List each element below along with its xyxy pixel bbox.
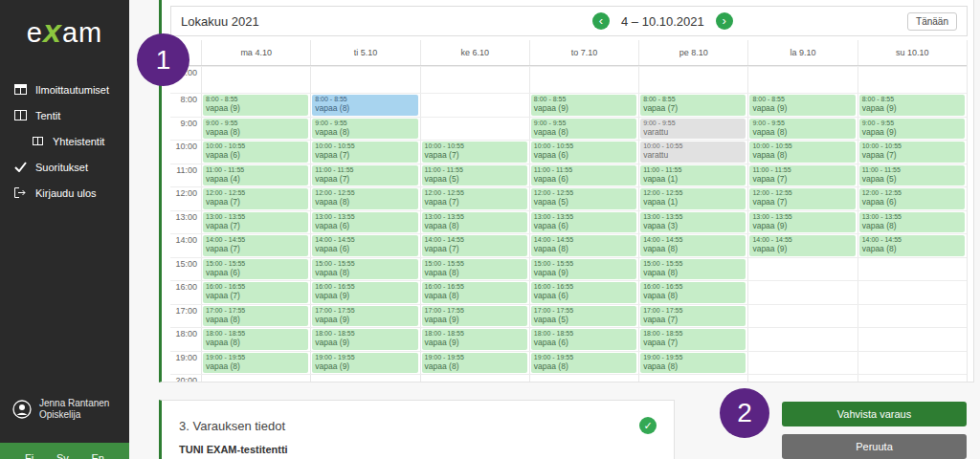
slot-label: vapaa (9) <box>315 338 414 347</box>
slot-free[interactable]: 16:00 - 16:55vapaa (6) <box>531 282 636 303</box>
slot-free[interactable]: 16:00 - 16:55vapaa (8) <box>422 282 527 303</box>
slot-free[interactable]: 18:00 - 18:55vapaa (9) <box>422 329 527 350</box>
next-week-button[interactable]: › <box>716 12 733 30</box>
calendar-row: 11:0011:00 - 11:55vapaa (4)11:00 - 11:55… <box>170 164 967 187</box>
slot-free[interactable]: 10:00 - 10:55vapaa (6) <box>531 142 636 163</box>
slot-free[interactable]: 10:00 - 10:55vapaa (7) <box>312 142 417 163</box>
slot-free[interactable]: 13:00 - 13:55vapaa (6) <box>531 212 636 233</box>
slot-free[interactable]: 9:00 - 9:55vapaa (8) <box>203 119 308 140</box>
slot-free[interactable]: 18:00 - 18:55vapaa (7) <box>640 329 746 350</box>
slot-free[interactable]: 10:00 - 10:55vapaa (7) <box>422 142 527 163</box>
sidebar-item-tentit[interactable]: Tentit <box>0 102 129 128</box>
slot-free[interactable]: 9:00 - 9:55vapaa (8) <box>749 119 855 140</box>
slot-free[interactable]: 12:00 - 12:55vapaa (1) <box>640 188 746 209</box>
slot-free[interactable]: 14:00 - 14:55vapaa (8) <box>859 235 965 256</box>
slot-free[interactable]: 12:00 - 12:55vapaa (7) <box>422 188 527 209</box>
sidebar-item-suoritukset[interactable]: Suoritukset <box>0 154 129 180</box>
slot-free[interactable]: 10:00 - 10:55vapaa (8) <box>749 142 855 163</box>
slot-label: vapaa (8) <box>643 291 743 300</box>
slot-free[interactable]: 11:00 - 11:55vapaa (7) <box>749 165 855 186</box>
slot-free[interactable]: 19:00 - 19:55vapaa (8) <box>203 353 308 374</box>
slot-label: vapaa (8) <box>534 127 634 137</box>
slot-time: 11:00 - 11:55 <box>206 166 305 174</box>
slot-free[interactable]: 16:00 - 16:55vapaa (8) <box>640 282 746 303</box>
slot-time: 11:00 - 11:55 <box>752 166 852 174</box>
prev-week-button[interactable]: ‹ <box>592 12 610 30</box>
slot-free[interactable]: 13:00 - 13:55vapaa (8) <box>859 212 965 233</box>
slot-free[interactable]: 14:00 - 14:55vapaa (7) <box>422 235 527 256</box>
slot-free[interactable]: 17:00 - 17:55vapaa (5) <box>531 306 636 327</box>
slot-free[interactable]: 15:00 - 15:55vapaa (8) <box>312 259 417 280</box>
slot-free[interactable]: 13:00 - 13:55vapaa (9) <box>749 212 855 233</box>
calendar-toolbar: Lokakuu 2021 ‹ 4 – 10.10.2021 › Tänään <box>170 6 968 36</box>
lang-fi-button[interactable]: Fi <box>25 452 33 459</box>
cancel-button[interactable]: Peruuta <box>782 434 967 459</box>
slot-free[interactable]: 10:00 - 10:55vapaa (7) <box>859 142 965 163</box>
lang-en-button[interactable]: En <box>92 452 104 459</box>
slot-free[interactable]: 17:00 - 17:55vapaa (8) <box>203 306 308 327</box>
slot-free[interactable]: 14:00 - 14:55vapaa (9) <box>749 235 855 256</box>
slot-free[interactable]: 17:00 - 17:55vapaa (9) <box>312 306 417 327</box>
slot-free[interactable]: 19:00 - 19:55vapaa (8) <box>531 353 636 374</box>
slot-free[interactable]: 12:00 - 12:55vapaa (8) <box>312 188 417 209</box>
day-cell: 19:00 - 19:55vapaa (8) <box>201 352 310 375</box>
calendar-row: 8:008:00 - 8:55vapaa (9)8:00 - 8:55vapaa… <box>170 93 967 117</box>
slot-free[interactable]: 13:00 - 13:55vapaa (8) <box>422 212 527 233</box>
slot-free[interactable]: 9:00 - 9:55vapaa (8) <box>531 119 636 140</box>
slot-free[interactable]: 14:00 - 14:55vapaa (7) <box>203 235 308 256</box>
slot-free[interactable]: 15:00 - 15:55vapaa (8) <box>640 259 746 280</box>
slot-free[interactable]: 11:00 - 11:55vapaa (4) <box>203 165 308 186</box>
slot-free[interactable]: 11:00 - 11:55vapaa (5) <box>422 165 527 186</box>
slot-free[interactable]: 17:00 - 17:55vapaa (9) <box>422 306 527 327</box>
slot-free[interactable]: 14:00 - 14:55vapaa (8) <box>640 235 746 256</box>
slot-free[interactable]: 15:00 - 15:55vapaa (9) <box>531 259 636 280</box>
today-button[interactable]: Tänään <box>907 12 957 31</box>
confirm-booking-button[interactable]: Vahvista varaus <box>782 402 967 426</box>
slot-free[interactable]: 12:00 - 12:55vapaa (6) <box>859 188 965 209</box>
slot-free[interactable]: 19:00 - 19:55vapaa (9) <box>312 353 417 374</box>
slot-free[interactable]: 16:00 - 16:55vapaa (9) <box>312 282 417 303</box>
slot-free[interactable]: 8:00 - 8:55vapaa (9) <box>749 95 855 116</box>
slot-free[interactable]: 15:00 - 15:55vapaa (8) <box>422 259 527 280</box>
day-cell: 17:00 - 17:55vapaa (9) <box>420 305 529 328</box>
slot-label: vapaa (6) <box>315 244 414 253</box>
slot-label: vapaa (9) <box>534 268 634 277</box>
slot-free[interactable]: 11:00 - 11:55vapaa (5) <box>859 165 965 186</box>
slot-free[interactable]: 8:00 - 8:55vapaa (9) <box>531 95 636 116</box>
slot-free[interactable]: 11:00 - 11:55vapaa (6) <box>531 165 636 186</box>
slot-free[interactable]: 17:00 - 17:55vapaa (7) <box>640 306 746 327</box>
slot-free[interactable]: 18:00 - 18:55vapaa (9) <box>312 329 417 350</box>
sidebar-item-yhteistentit[interactable]: Yhteistentit <box>0 128 129 154</box>
sidebar: exam Ilmoittautumiset Tentit Yhteistenti… <box>0 0 129 459</box>
slot-time: 13:00 - 13:55 <box>643 213 743 221</box>
slot-free[interactable]: 18:00 - 18:55vapaa (6) <box>531 329 636 350</box>
slot-free[interactable]: 14:00 - 14:55vapaa (8) <box>531 235 636 256</box>
slot-free[interactable]: 12:00 - 12:55vapaa (7) <box>749 188 855 209</box>
slot-free[interactable]: 12:00 - 12:55vapaa (7) <box>203 188 308 209</box>
slot-selected[interactable]: 8:00 - 8:55vapaa (8) <box>312 95 417 116</box>
slot-free[interactable]: 8:00 - 8:55vapaa (9) <box>859 95 965 116</box>
slot-free[interactable]: 15:00 - 15:55vapaa (6) <box>203 259 308 280</box>
slot-free[interactable]: 19:00 - 19:55vapaa (8) <box>422 353 527 374</box>
sidebar-item-kirjaudu-ulos[interactable]: Kirjaudu ulos <box>0 180 129 206</box>
slot-free[interactable]: 16:00 - 16:55vapaa (7) <box>203 282 308 303</box>
slot-free[interactable]: 18:00 - 18:55vapaa (8) <box>203 329 308 350</box>
lang-sv-button[interactable]: Sv <box>56 452 69 459</box>
slot-free[interactable]: 11:00 - 11:55vapaa (1) <box>640 165 746 186</box>
slot-free[interactable]: 13:00 - 13:55vapaa (7) <box>203 212 308 233</box>
sidebar-item-ilmoittautumiset[interactable]: Ilmoittautumiset <box>0 76 129 102</box>
slot-free[interactable]: 13:00 - 13:55vapaa (3) <box>640 212 746 233</box>
slot-label: vapaa (7) <box>425 197 524 207</box>
slot-free[interactable]: 9:00 - 9:55vapaa (9) <box>859 119 965 140</box>
slot-free[interactable]: 8:00 - 8:55vapaa (7) <box>640 95 746 116</box>
slot-free[interactable]: 14:00 - 14:55vapaa (6) <box>312 235 417 256</box>
exam-name: TUNI EXAM-testitentti <box>179 444 657 455</box>
day-cell: 15:00 - 15:55vapaa (8) <box>420 258 529 281</box>
slot-free[interactable]: 13:00 - 13:55vapaa (6) <box>312 212 417 233</box>
slot-free[interactable]: 9:00 - 9:55vapaa (8) <box>312 119 417 140</box>
slot-free[interactable]: 19:00 - 19:55vapaa (8) <box>640 353 746 374</box>
slot-free[interactable]: 10:00 - 10:55vapaa (6) <box>203 142 308 163</box>
slot-free[interactable]: 8:00 - 8:55vapaa (9) <box>203 95 308 116</box>
slot-free[interactable]: 12:00 - 12:55vapaa (5) <box>531 188 636 209</box>
slot-free[interactable]: 11:00 - 11:55vapaa (7) <box>312 165 417 186</box>
